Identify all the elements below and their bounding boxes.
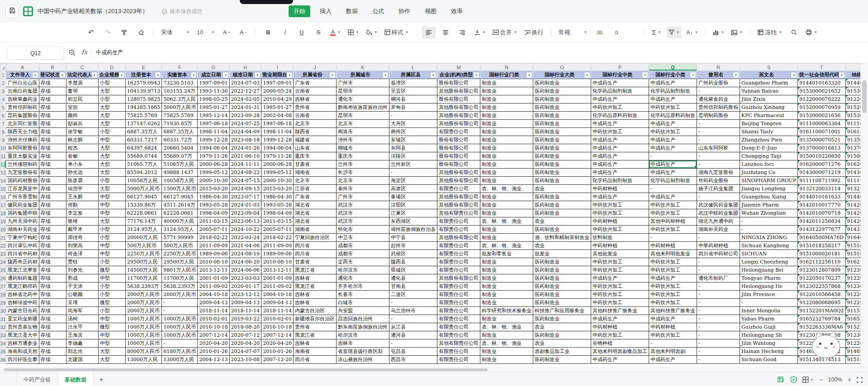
row-number[interactable]: 27 bbox=[0, 282, 6, 291]
cell-O23[interactable]: 批发业 bbox=[533, 250, 591, 258]
cell-A22[interactable]: 四川康弘中药 bbox=[6, 242, 39, 250]
cell-K7[interactable]: 北京市 bbox=[337, 120, 389, 128]
filter-dropdown-icon[interactable]: ▼ bbox=[473, 72, 479, 78]
cell-O6[interactable]: 医药制造业 bbox=[533, 112, 591, 120]
cell-G28[interactable]: 2004-10-18 bbox=[198, 291, 229, 299]
cell-H11[interactable]: 2021-06-10 bbox=[229, 152, 261, 160]
cell-J6[interactable]: 云南省 bbox=[294, 112, 337, 120]
filter-dropdown-icon[interactable]: ▼ bbox=[254, 72, 261, 78]
cell-P12[interactable]: 中成药生产 bbox=[591, 160, 649, 169]
cell-N31[interactable]: 制造业 bbox=[480, 315, 533, 323]
cell-J7[interactable]: 北京市 bbox=[294, 120, 337, 128]
cell-N12[interactable]: 制造业 bbox=[480, 160, 533, 169]
cell-B27[interactable]: 存续 bbox=[39, 282, 66, 291]
cell-L34[interactable]: - bbox=[389, 339, 437, 348]
menu-tab-效率[interactable]: 效率 bbox=[446, 5, 468, 17]
cell-E26[interactable]: 11700万人民 bbox=[125, 274, 161, 282]
cell-J20[interactable]: 湖南省 bbox=[294, 226, 337, 234]
header-cell-O1[interactable]: 国标行业大类▼ bbox=[533, 71, 591, 79]
cell-L16[interactable]: 黄埔区 bbox=[389, 193, 437, 201]
cell-E23[interactable]: 2250万人民币 bbox=[125, 250, 161, 258]
row-number[interactable]: 35 bbox=[0, 348, 6, 356]
cell-O8[interactable]: 医药制造业 bbox=[533, 128, 591, 136]
filter-dropdown-icon[interactable]: ▼ bbox=[690, 72, 696, 78]
cell-A15[interactable]: 江苏龙凤堂中 bbox=[6, 185, 39, 193]
cell-D33[interactable]: 中型 bbox=[98, 331, 125, 339]
merge-cells-button[interactable]: 合并▼ bbox=[491, 27, 519, 38]
cell-K28[interactable]: 长春市 bbox=[337, 291, 389, 299]
cell-Q28[interactable]: 中药饮片加工 bbox=[649, 291, 697, 299]
cell-J16[interactable]: 广东省 bbox=[294, 193, 337, 201]
cell-O20[interactable]: 医药制造业 bbox=[533, 226, 591, 234]
cell-C14[interactable]: 陈彦霖 bbox=[66, 177, 98, 185]
cell-G6[interactable]: 1995-12-14 bbox=[198, 112, 229, 120]
cell-C11[interactable]: 俞敏 bbox=[66, 152, 98, 160]
cell-S15[interactable]: Jiangsu Longfeng bbox=[740, 185, 798, 193]
cell-style-button[interactable]: 样式▼ bbox=[383, 27, 411, 38]
cell-O4[interactable]: 医药制造业 bbox=[533, 95, 591, 104]
cell-L3[interactable]: 呈贡区 bbox=[389, 87, 437, 95]
cell-Q36[interactable]: 中成药生产 bbox=[649, 356, 697, 364]
cell-P10[interactable]: 中成药生产 bbox=[591, 144, 649, 152]
cell-S27[interactable]: Heilongjiang He bbox=[740, 282, 798, 291]
cell-O24[interactable]: 医药制造业 bbox=[533, 258, 591, 266]
cell-E8[interactable]: 6887.35万人 bbox=[125, 128, 161, 136]
header-cell-H1[interactable]: 核准日期▼ bbox=[229, 71, 261, 79]
column-letter-B[interactable]: B bbox=[39, 64, 66, 71]
cell-M25[interactable]: 有限责任公司 bbox=[437, 266, 480, 274]
cell-M36[interactable]: 有限责任公司 bbox=[437, 356, 480, 364]
column-letter-N[interactable]: N bbox=[480, 64, 533, 71]
cell-H25[interactable]: 2024-06-06 bbox=[229, 266, 261, 274]
cell-H21[interactable]: 2022-03-24 bbox=[229, 234, 261, 242]
cell-D23[interactable]: 中型 bbox=[98, 250, 125, 258]
cell-T30[interactable]: 91152201MA0Q2 bbox=[798, 307, 845, 315]
cell-N27[interactable]: 制造业 bbox=[480, 282, 533, 291]
cell-F34[interactable]: - bbox=[162, 339, 198, 348]
column-letter-K[interactable]: K bbox=[337, 64, 389, 71]
cell-E12[interactable]: 51065.7万人 bbox=[125, 160, 161, 169]
cell-C21[interactable]: 周佳奇 bbox=[66, 234, 98, 242]
cell-H15[interactable]: 2024-09-15 bbox=[229, 185, 261, 193]
cell-M32[interactable]: 有限责任公司 bbox=[437, 323, 480, 331]
cell-B16[interactable]: 存续 bbox=[39, 193, 66, 201]
cell-G13[interactable]: 1999-05-12 bbox=[198, 169, 229, 177]
cell-D21[interactable]: 小型 bbox=[98, 234, 125, 242]
cell-E30[interactable]: 2000万人民币 bbox=[125, 307, 161, 315]
cell-Q21[interactable]: - bbox=[649, 234, 697, 242]
increase-decimal-button[interactable]: .00 bbox=[593, 27, 606, 38]
filter-dropdown-icon[interactable]: ▼ bbox=[839, 72, 845, 78]
cell-D27[interactable]: 小型 bbox=[98, 282, 125, 291]
cell-K25[interactable]: 哈尔滨市 bbox=[337, 266, 389, 274]
cell-B35[interactable]: 存续 bbox=[39, 348, 66, 356]
cell-P31[interactable]: 中成药生产 bbox=[591, 315, 649, 323]
cell-Q3[interactable]: 化学药品制剂制造 bbox=[649, 87, 697, 95]
cell-H13[interactable]: 2024-08-22 bbox=[229, 169, 261, 177]
cell-C17[interactable]: 何勤 bbox=[66, 201, 98, 209]
cell-B33[interactable]: 存续 bbox=[39, 331, 66, 339]
cell-N7[interactable]: 制造业 bbox=[480, 120, 533, 128]
cell-F27[interactable]: 5638.2393万 bbox=[162, 282, 198, 291]
borders-button[interactable]: ▼ bbox=[346, 27, 361, 38]
row-number[interactable]: 17 bbox=[0, 201, 6, 209]
cell-I7[interactable]: 1997-06-18 bbox=[261, 120, 294, 128]
cell-H3[interactable]: 2022-12-27 bbox=[229, 87, 261, 95]
cell-H18[interactable]: 2023-09-04 bbox=[229, 209, 261, 217]
cell-T5[interactable]: 9152000070959 bbox=[798, 104, 845, 112]
cell-P22[interactable]: 中药材种植 bbox=[591, 242, 649, 250]
cell-P13[interactable]: 中成药生产 bbox=[591, 169, 649, 177]
cell-R28[interactable]: - bbox=[697, 291, 740, 299]
cell-C33[interactable]: 王海滨 bbox=[66, 331, 98, 339]
cell-A18[interactable]: 国药集团中联 bbox=[6, 209, 39, 217]
cell-D30[interactable]: 小型 bbox=[98, 307, 125, 315]
cell-I31[interactable]: 2010-02-01 bbox=[261, 315, 294, 323]
cell-H6[interactable]: 2023-09-28 bbox=[229, 112, 261, 120]
cell-L7[interactable]: 大兴区 bbox=[389, 120, 437, 128]
cell-C36[interactable]: 文建国 bbox=[66, 356, 98, 364]
row-number[interactable]: 15 bbox=[0, 185, 6, 193]
cell-J28[interactable]: 吉林省 bbox=[294, 291, 337, 299]
cell-K16[interactable]: 广州市 bbox=[337, 193, 389, 201]
cell-N13[interactable]: 制造业 bbox=[480, 169, 533, 177]
cell-P18[interactable]: 中药饮片加工 bbox=[591, 209, 649, 217]
cell-C4[interactable]: 初立民 bbox=[66, 95, 98, 104]
cell-O16[interactable]: 医药制造业 bbox=[533, 193, 591, 201]
